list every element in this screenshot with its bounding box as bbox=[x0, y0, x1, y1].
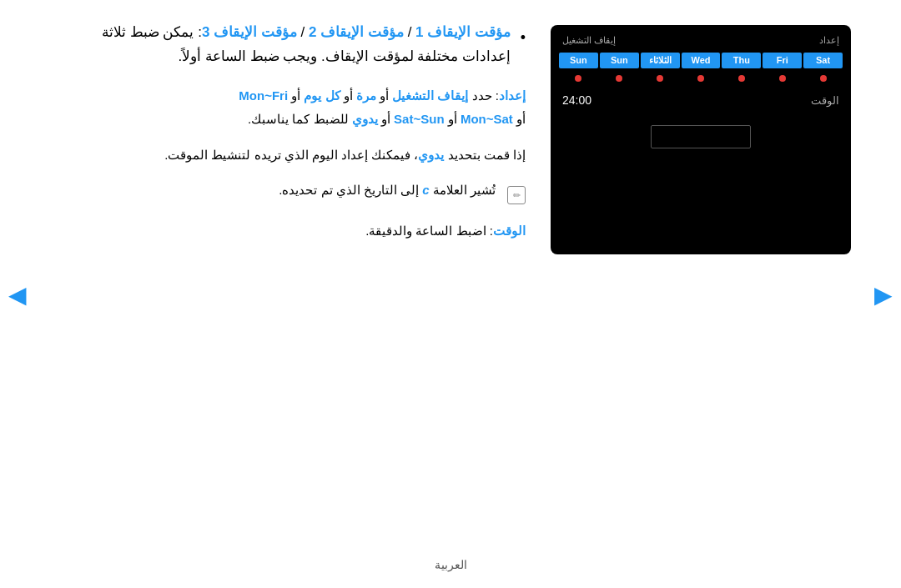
day-dot-7 bbox=[820, 75, 827, 82]
day-dot-3 bbox=[657, 75, 663, 82]
setup-bold7: يدوي bbox=[352, 112, 378, 126]
heading-sep1: / bbox=[404, 24, 415, 40]
day-dot-2 bbox=[616, 75, 622, 82]
heading-part2: مؤقت الإيقاف 2 bbox=[309, 24, 404, 40]
day-wed: Wed bbox=[682, 53, 721, 68]
day-sun2: Sun bbox=[600, 53, 639, 68]
day-dot-1 bbox=[575, 75, 581, 82]
dots-row bbox=[559, 72, 843, 85]
setup-text2: أو bbox=[376, 88, 392, 103]
setup-text1: : حدد bbox=[468, 88, 499, 103]
edit-icon bbox=[507, 186, 526, 204]
heading-part3: مؤقت الإيقاف 3 bbox=[202, 24, 297, 40]
setup-text8: للضبط كما يناسبك. bbox=[248, 112, 352, 126]
setup-bold6: Sat~Sun bbox=[394, 112, 444, 126]
day-dot-4 bbox=[697, 75, 704, 82]
time-paragraph: الوقت: اضبط الساعة والدقيقة. bbox=[50, 219, 526, 244]
nav-arrow-right[interactable]: ▶ bbox=[874, 280, 893, 308]
time-section-label: الوقت bbox=[493, 224, 526, 238]
icon-text2: إلى التاريخ الذي تم تحديده. bbox=[279, 183, 422, 197]
time-label: الوقت bbox=[811, 94, 839, 107]
text-content: • مؤقت الإيقاف 1 / مؤقت الإيقاف 2 / مؤقت… bbox=[50, 17, 526, 254]
time-value: 24:00 bbox=[562, 93, 591, 107]
device-title-right: إيقاف التشغيل bbox=[562, 35, 616, 46]
setup-text7: أو bbox=[378, 112, 394, 126]
setup-text3: أو bbox=[340, 88, 356, 103]
bullet-row: • مؤقت الإيقاف 1 / مؤقت الإيقاف 2 / مؤقت… bbox=[50, 21, 526, 69]
manual-text2: ، فيمكنك إعداد اليوم الذي تريده لتنشيط ا… bbox=[164, 148, 418, 162]
icon-c: c bbox=[422, 183, 429, 197]
edit-icon-box bbox=[502, 180, 526, 207]
setup-bold1: إيقاف التشغيل bbox=[392, 88, 468, 103]
icon-section-row: تُشير العلامة c إلى التاريخ الذي تم تحدي… bbox=[50, 178, 526, 207]
content-area: إيقاف التشغيل إعداد Sun Sun الثلاثاء Wed… bbox=[50, 17, 851, 254]
main-content: إيقاف التشغيل إعداد Sun Sun الثلاثاء Wed… bbox=[0, 0, 901, 588]
setup-text4: أو bbox=[288, 88, 304, 103]
setup-label: إعداد bbox=[499, 88, 526, 103]
icon-text1: تُشير العلامة bbox=[430, 183, 496, 197]
main-heading: مؤقت الإيقاف 1 / مؤقت الإيقاف 2 / مؤقت ا… bbox=[50, 21, 511, 69]
day-thu: Thu bbox=[722, 53, 761, 68]
time-section-text: : اضبط الساعة والدقيقة. bbox=[365, 224, 493, 238]
footer: العربية bbox=[0, 550, 901, 580]
setup-bold5: Mon~Sat bbox=[461, 112, 513, 126]
manual-paragraph: إذا قمت بتحديد يدوي، فيمكنك إعداد اليوم … bbox=[50, 143, 526, 168]
device-title-left: إعداد bbox=[819, 35, 839, 46]
setup-paragraph: إعداد: حدد إيقاف التشغيل أو مرة أو كل يو… bbox=[50, 84, 526, 132]
manual-bold: يدوي bbox=[418, 148, 444, 162]
day-tue: الثلاثاء bbox=[641, 53, 680, 68]
icon-paragraph: تُشير العلامة c إلى التاريخ الذي تم تحدي… bbox=[279, 178, 496, 203]
days-header: Sun Sun الثلاثاء Wed Thu Fri Sat bbox=[559, 53, 843, 68]
time-row: 24:00 الوقت bbox=[559, 92, 843, 108]
day-sat: Sat bbox=[803, 53, 843, 68]
day-dot-6 bbox=[779, 75, 786, 82]
heading-part1: مؤقت الإيقاف 1 bbox=[415, 24, 511, 40]
day-sun1: Sun bbox=[559, 53, 598, 68]
nav-arrow-left[interactable]: ◀ bbox=[8, 280, 27, 308]
footer-language: العربية bbox=[435, 558, 467, 571]
bullet-dot: • bbox=[517, 24, 526, 51]
setup-text5: أو bbox=[513, 112, 526, 126]
bullet-section: • مؤقت الإيقاف 1 / مؤقت الإيقاف 2 / مؤقت… bbox=[50, 21, 526, 69]
setup-bold2: مرة bbox=[356, 88, 376, 103]
input-box[interactable] bbox=[651, 125, 751, 148]
day-dot-5 bbox=[738, 75, 745, 82]
heading-sep2: / bbox=[297, 24, 309, 40]
day-fri: Fri bbox=[763, 53, 802, 68]
device-panel: إيقاف التشغيل إعداد Sun Sun الثلاثاء Wed… bbox=[551, 25, 851, 254]
setup-bold3: كل يوم bbox=[304, 88, 340, 103]
device-top-bar: إيقاف التشغيل إعداد bbox=[559, 33, 843, 48]
manual-text1: إذا قمت بتحديد bbox=[444, 148, 526, 162]
setup-bold4: Mon~Fri bbox=[239, 88, 288, 103]
setup-text6: أو bbox=[445, 112, 461, 126]
page-container: ◀ ▶ إيقاف التشغيل إعداد Sun Sun الثلاثاء… bbox=[0, 0, 901, 588]
